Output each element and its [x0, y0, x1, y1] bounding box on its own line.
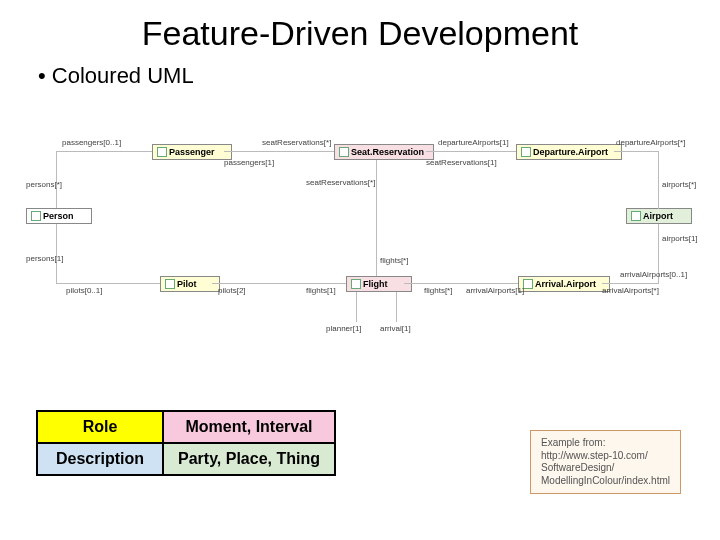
class-label: Person — [43, 211, 74, 221]
assoc-label: planner[1] — [326, 324, 362, 333]
assoc-label: seatReservations[*] — [262, 138, 331, 147]
class-pilot: Pilot — [160, 276, 220, 292]
class-icon — [165, 279, 175, 289]
assoc-label: airports[1] — [662, 234, 698, 243]
class-icon — [521, 147, 531, 157]
source-line: http://www.step-10.com/ — [541, 450, 670, 463]
legend: Role Moment, Interval Description Party,… — [36, 410, 336, 476]
class-icon — [523, 279, 533, 289]
assoc-label: passengers[1] — [224, 158, 274, 167]
source-line: SoftwareDesign/ — [541, 462, 670, 475]
legend-moment: Moment, Interval — [163, 411, 335, 443]
class-label: Seat.Reservation — [351, 147, 424, 157]
class-person: Person — [26, 208, 92, 224]
class-seat-reservation: Seat.Reservation — [334, 144, 434, 160]
assoc-label: airports[*] — [662, 180, 696, 189]
source-box: Example from: http://www.step-10.com/ So… — [530, 430, 681, 494]
assoc-label: departureAirports[*] — [616, 138, 685, 147]
assoc-label: passengers[0..1] — [62, 138, 121, 147]
table-row: Role Moment, Interval — [37, 411, 335, 443]
assoc-label: arrivalAirports[*] — [602, 286, 659, 295]
class-label: Passenger — [169, 147, 215, 157]
class-icon — [351, 279, 361, 289]
class-icon — [631, 211, 641, 221]
class-departure-airport: Departure.Airport — [516, 144, 622, 160]
assoc-label: pilots[2] — [218, 286, 246, 295]
assoc-label: arrivalAirports[0..1] — [620, 270, 687, 279]
class-label: Flight — [363, 279, 388, 289]
class-airport: Airport — [626, 208, 692, 224]
legend-description: Description — [37, 443, 163, 475]
source-line: Example from: — [541, 437, 670, 450]
assoc-label: flights[*] — [380, 256, 408, 265]
table-row: Description Party, Place, Thing — [37, 443, 335, 475]
class-icon — [339, 147, 349, 157]
assoc-label: seatReservations[1] — [426, 158, 497, 167]
assoc-label: seatReservations[*] — [306, 178, 375, 187]
class-label: Departure.Airport — [533, 147, 608, 157]
class-label: Airport — [643, 211, 673, 221]
assoc-label: arrival[1] — [380, 324, 411, 333]
class-flight: Flight — [346, 276, 412, 292]
assoc-label: persons[*] — [26, 180, 62, 189]
class-passenger: Passenger — [152, 144, 232, 160]
class-arrival-airport: Arrival.Airport — [518, 276, 610, 292]
bullet-item: Coloured UML — [0, 59, 720, 89]
uml-diagram: Passenger Seat.Reservation Departure.Air… — [26, 126, 694, 346]
legend-table: Role Moment, Interval Description Party,… — [36, 410, 336, 476]
assoc-label: flights[*] — [424, 286, 452, 295]
class-label: Arrival.Airport — [535, 279, 596, 289]
legend-party: Party, Place, Thing — [163, 443, 335, 475]
assoc-label: arrivalAirports[1] — [466, 286, 524, 295]
class-icon — [31, 211, 41, 221]
assoc-label: flights[1] — [306, 286, 336, 295]
assoc-label: persons[1] — [26, 254, 63, 263]
source-line: ModellingInColour/index.html — [541, 475, 670, 488]
class-label: Pilot — [177, 279, 197, 289]
assoc-label: departureAirports[1] — [438, 138, 509, 147]
assoc-label: pilots[0..1] — [66, 286, 102, 295]
class-icon — [157, 147, 167, 157]
slide-title: Feature-Driven Development — [0, 0, 720, 59]
legend-role: Role — [37, 411, 163, 443]
